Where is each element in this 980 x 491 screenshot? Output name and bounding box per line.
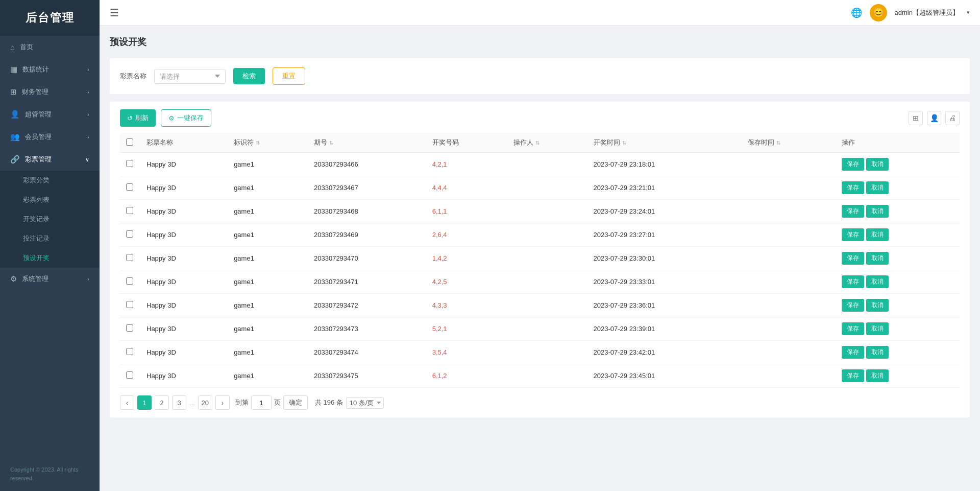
cell-action: 保存取消: [836, 200, 960, 223]
sort-icon[interactable]: ⇅: [256, 140, 260, 146]
cell-period: 203307293473: [308, 317, 426, 341]
next-page-button[interactable]: ›: [215, 395, 230, 410]
cell-period: 203307293467: [308, 176, 426, 200]
filter-bar: 彩票名称 请选择 检索 重置: [110, 58, 970, 94]
save-row-button[interactable]: 保存: [842, 181, 864, 194]
sidebar-logo: 后台管理: [0, 0, 100, 36]
cell-period: 203307293475: [308, 364, 426, 388]
cell-draw-time: 2023-07-29 23:24:01: [587, 200, 742, 223]
data-table: 彩票名称 标识符⇅ 期号⇅ 开奖号码 操作人⇅ 开奖时间⇅ 保存时间⇅ 操作 H…: [120, 133, 960, 388]
save-row-button[interactable]: 保存: [842, 228, 864, 241]
cell-operator: [507, 294, 587, 317]
cell-name: Happy 3D: [140, 294, 228, 317]
sidebar-subitem-lottery-list[interactable]: 彩票列表: [0, 190, 100, 209]
row-checkbox[interactable]: [126, 230, 133, 238]
globe-icon[interactable]: 🌐: [851, 7, 862, 18]
search-button[interactable]: 检索: [233, 68, 265, 84]
prev-page-button[interactable]: ‹: [120, 395, 134, 410]
save-row-button[interactable]: 保存: [842, 322, 864, 335]
cell-period: 203307293469: [308, 223, 426, 247]
hamburger-button[interactable]: ☰: [110, 7, 119, 19]
cell-draw-code: 5,2,1: [426, 317, 507, 341]
goto-confirm-button[interactable]: 确定: [283, 395, 308, 410]
print-button[interactable]: 🖨: [945, 111, 960, 125]
sidebar-item-system[interactable]: ⚙ 系统管理 ›: [0, 268, 100, 290]
cancel-row-button[interactable]: 取消: [866, 205, 889, 218]
column-toggle-button[interactable]: ⊞: [909, 111, 923, 125]
chevron-right-icon: ›: [87, 111, 89, 118]
sidebar-item-super-admin[interactable]: 👤 超管管理 ›: [0, 103, 100, 126]
home-icon: ⌂: [10, 43, 15, 52]
cancel-row-button[interactable]: 取消: [866, 369, 889, 382]
cell-period: 203307293471: [308, 270, 426, 294]
row-checkbox[interactable]: [126, 207, 133, 214]
sort-icon[interactable]: ⇅: [776, 140, 780, 146]
refresh-button[interactable]: ↺ 刷新: [120, 109, 156, 127]
cancel-row-button[interactable]: 取消: [866, 322, 889, 335]
toolbar-left: ↺ 刷新 ⚙ 一键保存: [120, 109, 211, 127]
cell-draw-code: 4,3,3: [426, 294, 507, 317]
cancel-row-button[interactable]: 取消: [866, 299, 889, 312]
page-button-2[interactable]: 2: [155, 395, 169, 410]
row-checkbox[interactable]: [126, 324, 133, 332]
cancel-row-button[interactable]: 取消: [866, 275, 889, 288]
cell-name: Happy 3D: [140, 176, 228, 200]
row-checkbox[interactable]: [126, 348, 133, 355]
row-checkbox[interactable]: [126, 160, 133, 167]
user-dropdown-arrow[interactable]: ▾: [967, 9, 970, 16]
sidebar-subitem-lottery-category[interactable]: 彩票分类: [0, 171, 100, 190]
save-row-button[interactable]: 保存: [842, 275, 864, 288]
cell-name: Happy 3D: [140, 317, 228, 341]
cancel-row-button[interactable]: 取消: [866, 181, 889, 194]
save-row-button[interactable]: 保存: [842, 369, 864, 382]
cell-period: 203307293470: [308, 247, 426, 270]
row-checkbox[interactable]: [126, 254, 133, 261]
cell-operator: [507, 176, 587, 200]
user-name[interactable]: admin【超级管理员】: [895, 8, 959, 17]
row-checkbox[interactable]: [126, 183, 133, 191]
sidebar-subitem-preset-draw[interactable]: 预设开奖: [0, 248, 100, 268]
cell-draw-code: 4,2,5: [426, 270, 507, 294]
cell-operator: [507, 317, 587, 341]
sidebar-item-data-stats[interactable]: ▦ 数据统计 ›: [0, 58, 100, 81]
sidebar-item-lottery[interactable]: 🔗 彩票管理 ∨: [0, 148, 100, 171]
density-button[interactable]: 👤: [927, 111, 941, 125]
sort-icon[interactable]: ⇅: [535, 140, 540, 146]
row-checkbox[interactable]: [126, 301, 133, 308]
cancel-row-button[interactable]: 取消: [866, 252, 889, 265]
row-checkbox[interactable]: [126, 277, 133, 285]
cell-name: Happy 3D: [140, 341, 228, 364]
sort-icon[interactable]: ⇅: [622, 140, 626, 146]
row-checkbox[interactable]: [126, 371, 133, 379]
sort-icon[interactable]: ⇅: [329, 140, 333, 146]
sidebar-subitem-draw-record[interactable]: 开奖记录: [0, 209, 100, 229]
save-row-button[interactable]: 保存: [842, 158, 864, 171]
save-row-button[interactable]: 保存: [842, 346, 864, 359]
cancel-row-button[interactable]: 取消: [866, 228, 889, 241]
cell-draw-time: 2023-07-29 23:39:01: [587, 317, 742, 341]
save-row-button[interactable]: 保存: [842, 205, 864, 218]
cancel-row-button[interactable]: 取消: [866, 158, 889, 171]
page-button-3[interactable]: 3: [172, 395, 186, 410]
lottery-name-select[interactable]: 请选择: [154, 69, 226, 84]
save-row-button[interactable]: 保存: [842, 252, 864, 265]
page-size-select[interactable]: 10 条/页 20 条/页 50 条/页: [346, 397, 384, 409]
sidebar-menu: ⌂ 首页 ▦ 数据统计 › ⊞ 财务管理 › 👤 超管管理 › 👥 会员管理 ›…: [0, 36, 100, 458]
goto-input[interactable]: [251, 395, 272, 410]
cell-save-time: [742, 176, 836, 200]
page-button-20[interactable]: 20: [198, 395, 212, 410]
save-all-button[interactable]: ⚙ 一键保存: [161, 109, 211, 127]
cell-draw-time: 2023-07-29 23:18:01: [587, 153, 742, 176]
cell-draw-code: 2,6,4: [426, 223, 507, 247]
sidebar-item-home[interactable]: ⌂ 首页: [0, 36, 100, 58]
select-all-checkbox[interactable]: [126, 138, 133, 146]
cell-name: Happy 3D: [140, 247, 228, 270]
cancel-row-button[interactable]: 取消: [866, 346, 889, 359]
sidebar-item-member[interactable]: 👥 会员管理 ›: [0, 126, 100, 148]
reset-button[interactable]: 重置: [273, 67, 305, 85]
col-identifier: 标识符⇅: [228, 133, 308, 153]
page-button-1[interactable]: 1: [137, 395, 152, 410]
sidebar-item-finance[interactable]: ⊞ 财务管理 ›: [0, 81, 100, 103]
save-row-button[interactable]: 保存: [842, 299, 864, 312]
sidebar-subitem-bet-record[interactable]: 投注记录: [0, 229, 100, 248]
